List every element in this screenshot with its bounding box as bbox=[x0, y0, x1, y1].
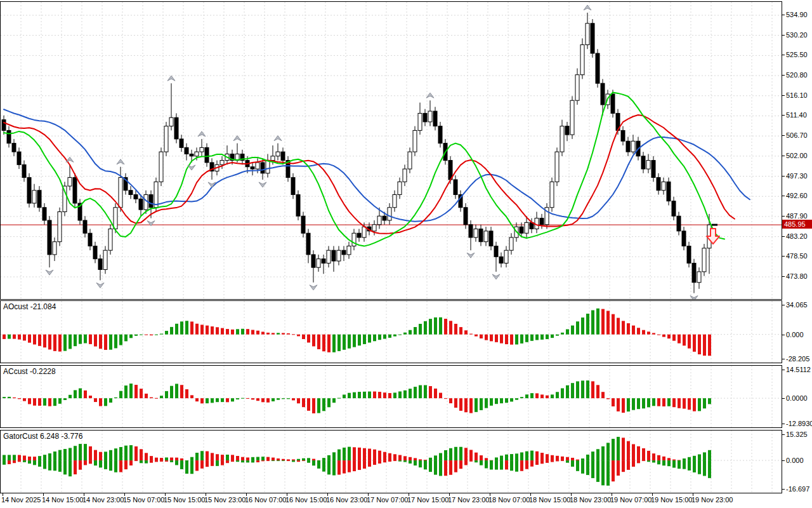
candle bbox=[672, 201, 676, 217]
fractal-up-icon bbox=[167, 76, 175, 81]
candle bbox=[220, 161, 224, 165]
candle bbox=[266, 161, 270, 173]
time-tick bbox=[124, 493, 125, 496]
candle bbox=[276, 152, 280, 156]
price-scale[interactable]: 485.95 534.90530.20525.50520.80516.10511… bbox=[782, 0, 812, 508]
candle bbox=[692, 263, 696, 282]
candle bbox=[362, 227, 366, 237]
candle bbox=[687, 246, 691, 263]
scale-tick bbox=[782, 276, 785, 277]
indicator-panel-ao[interactable]: AOcust -21.084 bbox=[0, 300, 782, 363]
price-tick-label: 525.50 bbox=[786, 51, 808, 58]
candle bbox=[479, 229, 483, 241]
ac-panel-title: ACcust -0.2228 bbox=[3, 367, 56, 376]
time-tick-label: 18 Nov 15:00 bbox=[529, 496, 570, 504]
candle bbox=[342, 250, 346, 255]
candle bbox=[32, 190, 36, 203]
candle bbox=[398, 182, 402, 194]
fractal-down-icon bbox=[467, 253, 475, 258]
scale-tick bbox=[782, 236, 785, 237]
scale-tick bbox=[782, 196, 785, 196]
candle bbox=[464, 208, 468, 225]
ao-scale-zero: 0.000 bbox=[786, 331, 804, 338]
scale-tick bbox=[782, 256, 785, 257]
ac-scale-zero: 0.0000 bbox=[786, 394, 808, 402]
time-tick-label: 14 Nov 15:00 bbox=[42, 496, 83, 504]
fractal-up-icon bbox=[233, 136, 241, 141]
main-chart-canvas[interactable] bbox=[1, 2, 782, 299]
candle bbox=[484, 231, 488, 242]
candle bbox=[301, 216, 305, 233]
candle bbox=[37, 190, 41, 208]
candle bbox=[474, 229, 478, 237]
candle bbox=[580, 45, 584, 75]
scale-tick bbox=[782, 115, 785, 116]
fractal-up-icon bbox=[584, 5, 591, 10]
candle bbox=[108, 229, 112, 250]
scale-tick bbox=[782, 370, 785, 370]
price-tick-label: 520.80 bbox=[786, 71, 808, 79]
candle bbox=[499, 257, 503, 263]
scale-tick bbox=[782, 335, 785, 335]
candle bbox=[565, 126, 569, 135]
candle bbox=[667, 182, 671, 201]
scale-tick bbox=[782, 489, 785, 490]
candle bbox=[169, 117, 173, 126]
price-tick-label: 478.50 bbox=[786, 252, 808, 260]
candle bbox=[388, 208, 391, 220]
time-tick-label: 16 Nov 07:00 bbox=[245, 496, 286, 504]
candle bbox=[347, 246, 351, 254]
candle bbox=[2, 120, 6, 131]
candle bbox=[17, 152, 21, 164]
price-tick-label: 473.80 bbox=[786, 272, 808, 280]
time-scale[interactable]: 14 Nov 202514 Nov 15:0014 Nov 23:0015 No… bbox=[0, 493, 782, 508]
candle bbox=[372, 225, 376, 231]
time-tick bbox=[327, 493, 328, 496]
candle bbox=[43, 208, 46, 220]
ao-bars bbox=[3, 309, 711, 356]
candle bbox=[418, 113, 422, 130]
candle bbox=[322, 259, 325, 264]
candle bbox=[296, 195, 300, 217]
indicator-panel-gator[interactable]: GatorCust 6.248 -3.776 bbox=[0, 430, 782, 493]
scale-tick bbox=[782, 216, 785, 217]
candle bbox=[98, 259, 102, 270]
candle bbox=[291, 178, 295, 195]
candle bbox=[408, 152, 412, 169]
price-tick-label: 487.90 bbox=[786, 212, 808, 220]
candle bbox=[393, 195, 396, 208]
candle bbox=[327, 250, 331, 263]
candle bbox=[311, 255, 315, 267]
candle bbox=[251, 167, 254, 169]
candle bbox=[281, 152, 285, 160]
indicator-panel-ac[interactable]: ACcust -0.2228 bbox=[0, 365, 782, 428]
time-tick-label: 14 Nov 2025 bbox=[1, 496, 41, 504]
candle bbox=[540, 218, 544, 225]
candle bbox=[271, 156, 275, 161]
candle bbox=[560, 126, 564, 152]
candle bbox=[586, 23, 589, 45]
time-tick-label: 17 Nov 15:00 bbox=[407, 496, 449, 504]
ao-histogram-canvas[interactable] bbox=[1, 301, 782, 363]
price-tick-label: 492.60 bbox=[786, 192, 808, 199]
candle bbox=[403, 169, 407, 182]
candle bbox=[377, 216, 381, 224]
ao-scale-max: 34.065 bbox=[786, 301, 808, 309]
candle bbox=[93, 246, 97, 258]
price-tick-label: 511.40 bbox=[786, 111, 807, 119]
time-tick bbox=[287, 493, 287, 496]
scale-tick bbox=[782, 156, 785, 156]
ac-histogram-canvas[interactable] bbox=[1, 366, 782, 427]
main-chart-panel[interactable] bbox=[0, 1, 782, 300]
main-grid bbox=[1, 2, 782, 299]
ac-bars bbox=[3, 380, 711, 413]
candle bbox=[494, 246, 498, 257]
gator-bars bbox=[3, 437, 711, 486]
time-tick-label: 19 Nov 23:00 bbox=[691, 496, 733, 504]
candle bbox=[12, 144, 16, 152]
candle bbox=[626, 141, 630, 152]
gator-histogram-canvas[interactable] bbox=[1, 431, 782, 493]
candle bbox=[677, 216, 681, 231]
scale-tick bbox=[782, 434, 785, 435]
price-tick-label: 530.20 bbox=[786, 31, 808, 39]
